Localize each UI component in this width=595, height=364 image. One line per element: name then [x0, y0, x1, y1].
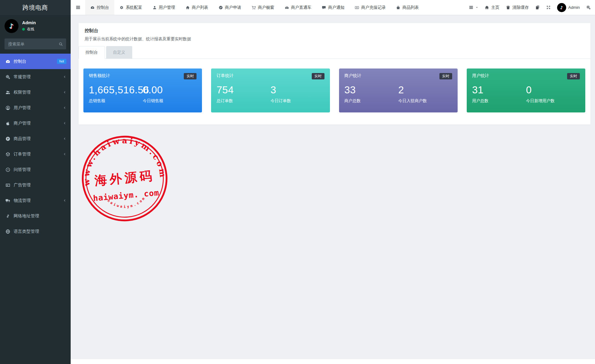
search-icon — [59, 42, 63, 46]
stat-label: 今日入驻商户数 — [398, 98, 452, 104]
stat-label: 今日新增用户数 — [526, 98, 580, 104]
stat-value: 33 — [345, 85, 398, 95]
stat-value: 3 — [271, 85, 324, 95]
sidebar-item-orders[interactable]: 订单管理 — [0, 146, 71, 162]
stat-label: 总销售额 — [89, 98, 143, 104]
home-link[interactable]: 主页 — [485, 5, 499, 10]
sidebar-item-logistics[interactable]: 物流管理 — [0, 193, 71, 208]
chevron-left-icon — [63, 122, 66, 125]
sidebar-item-ads[interactable]: 广告管理 — [0, 177, 71, 193]
stat-label: 用户总数 — [472, 98, 526, 104]
card-title: 用户统计 — [472, 73, 489, 78]
nav-list-dropdown[interactable] — [469, 5, 478, 10]
users-icon — [5, 90, 10, 95]
sidebar-item-label: 权限管理 — [14, 90, 31, 95]
content-area: 控制台 用于展示当前系统中的统计数据、统计报表及重要实时数据 控制台 自定义 销… — [71, 15, 595, 359]
stat-label: 今日销售额 — [143, 98, 197, 104]
chevron-left-icon — [63, 137, 66, 140]
topnav-item-dashboard[interactable]: 控制台 — [85, 0, 114, 15]
merchants-stat-card: 商户统计 实时 33 商户总数 2 今日入驻商户数 — [339, 68, 458, 112]
comment-icon — [322, 5, 326, 10]
page-header: 控制台 用于展示当前系统中的统计数据、统计报表及重要实时数据 — [79, 23, 590, 46]
topbar: 控制台 系统配置 用户管理 商户列表 商户申请 — [71, 0, 595, 15]
language-globe-icon — [5, 229, 10, 234]
topnav-item-merchant-apply[interactable]: 商户申请 — [213, 0, 247, 15]
topbar-right: 主页 清除缓存 ♪ Admin — [469, 0, 595, 15]
ad-image-icon — [5, 183, 10, 188]
copy-button[interactable] — [535, 5, 540, 10]
topnav-item-user-management[interactable]: 用户管理 — [147, 0, 180, 15]
sidebar-item-network[interactable]: 网络地址管理 — [0, 208, 71, 224]
user-icon — [153, 5, 157, 10]
stat-value: 0 — [526, 85, 580, 95]
product-circle-icon — [5, 136, 10, 141]
stat-value: 0.00 — [143, 85, 197, 95]
sidebar-item-general[interactable]: 常规管理 — [0, 69, 71, 85]
clear-cache-button[interactable]: 清除缓存 — [506, 5, 529, 10]
stamp-arc-text: www.haiwaiym.com — [80, 134, 168, 187]
recharge-icon — [355, 5, 359, 10]
user-menu[interactable]: ♪ Admin — [557, 3, 580, 12]
user-name: Admin — [22, 20, 36, 25]
sidebar-item-label: 问答管理 — [14, 167, 31, 172]
tabs: 控制台 自定义 — [79, 46, 590, 59]
card-title: 销售额统计 — [89, 73, 110, 78]
topnav-item-product-list[interactable]: 商品列表 — [391, 0, 424, 15]
tab-dashboard[interactable]: 控制台 — [79, 46, 105, 59]
svg-text:haiwaiym.com: haiwaiym.com — [106, 195, 147, 211]
question-circle-icon — [5, 167, 10, 172]
realtime-badge: 实时 — [312, 73, 324, 79]
topnav-item-merchant-showcase[interactable]: 商户橱窗 — [247, 0, 280, 15]
chevron-left-icon — [63, 75, 66, 78]
topnav-item-merchant-recharge[interactable]: 商户充值记录 — [350, 0, 391, 15]
truck-icon — [5, 198, 10, 203]
realtime-badge: 实时 — [439, 73, 452, 79]
tiktok-logo-icon: ♪ — [560, 5, 563, 10]
sidebar-item-merchants[interactable]: 商户管理 — [0, 115, 71, 131]
fullscreen-button[interactable] — [546, 5, 551, 10]
stat-value: 754 — [217, 85, 271, 95]
tab-custom[interactable]: 自定义 — [106, 46, 133, 59]
stamp-center-text: 海外源码 — [94, 168, 155, 188]
realtime-badge: 实时 — [184, 73, 197, 79]
tiktok-logo-icon: ♪ — [9, 22, 14, 30]
sidebar-item-permissions[interactable]: 权限管理 — [0, 85, 71, 100]
dashboard-panel: 控制台 用于展示当前系统中的统计数据、统计报表及重要实时数据 控制台 自定义 销… — [79, 23, 590, 125]
svg-text:www.haiwaiym.com: www.haiwaiym.com — [80, 134, 168, 187]
topnav-item-system-config[interactable]: 系统配置 — [114, 0, 147, 15]
user-status: 在线 — [22, 27, 36, 32]
settings-button[interactable] — [586, 5, 591, 10]
sidebar-item-label: 物流管理 — [14, 198, 31, 203]
chevron-left-icon — [63, 91, 66, 94]
sidebar-toggle-button[interactable] — [71, 0, 85, 15]
sidebar-item-products[interactable]: 商品管理 — [0, 131, 71, 146]
avatar: ♪ — [5, 19, 18, 33]
sidebar-item-label: 网络地址管理 — [14, 213, 39, 219]
stamp-bottom-text: haiwaiym.com — [106, 195, 147, 211]
apple-icon — [5, 121, 10, 126]
page-title: 控制台 — [85, 28, 584, 34]
search-button[interactable] — [55, 38, 66, 49]
orders-stat-card: 订单统计 实时 754 总订单数 3 今日订单数 — [211, 68, 330, 112]
topnav-item-merchant-list[interactable]: 商户列表 — [180, 0, 213, 15]
sidebar-item-users[interactable]: 用户管理 — [0, 100, 71, 115]
user-circle-icon — [5, 105, 10, 110]
topnav-item-merchant-express[interactable]: 商户直通车 — [280, 0, 317, 15]
trash-icon — [506, 5, 510, 10]
copy-icon — [535, 5, 540, 10]
sidebar-item-dashboard[interactable]: 控制台 hot — [0, 54, 71, 69]
sidebar-item-language[interactable]: 语言类型管理 — [0, 224, 71, 239]
sidebar-item-label: 广告管理 — [14, 182, 31, 188]
home-icon — [186, 5, 190, 10]
topnav-item-merchant-notice[interactable]: 商户通知 — [317, 0, 350, 15]
tachometer-icon — [90, 5, 95, 10]
sidebar-item-label: 商户管理 — [14, 121, 31, 126]
sidebar-item-qa[interactable]: 问答管理 — [0, 162, 71, 177]
stat-cards: 销售额统计 实时 1,665,516.56 总销售额 0.00 今日销售额 — [79, 59, 590, 125]
stat-value: 2 — [398, 85, 452, 95]
expand-icon — [546, 5, 551, 10]
realtime-badge: 实时 — [567, 73, 580, 79]
link-icon — [5, 214, 10, 219]
sidebar-item-label: 商品管理 — [14, 136, 31, 142]
stat-label: 今日订单数 — [271, 98, 324, 104]
